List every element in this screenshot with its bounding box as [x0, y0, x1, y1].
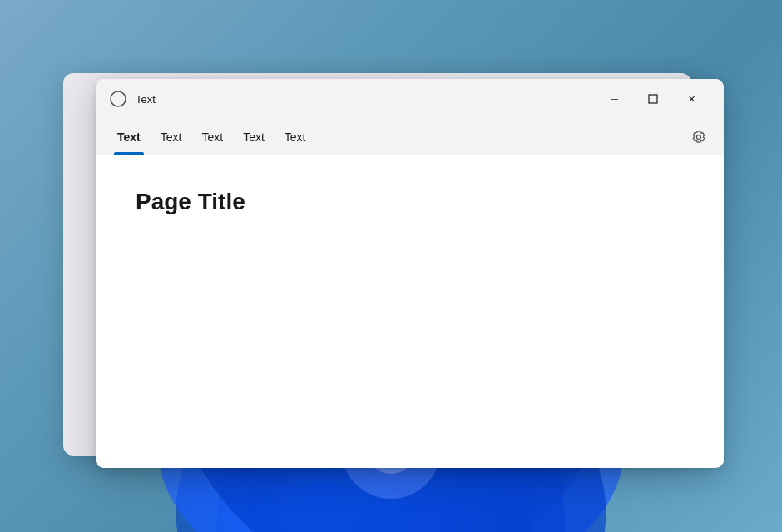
- nav-tab-0[interactable]: Text: [107, 119, 151, 155]
- content-area: Page Title: [96, 155, 724, 468]
- close-button[interactable]: ✕: [672, 86, 710, 112]
- nav-tabs: Text Text Text Text Text: [107, 119, 685, 155]
- main-window: Text ─ ✕ Text Text Text Text: [96, 79, 724, 468]
- nav-tab-1[interactable]: Text: [151, 119, 192, 155]
- maximize-button[interactable]: [634, 86, 672, 112]
- svg-rect-9: [649, 95, 657, 103]
- window-title: Text: [136, 93, 596, 106]
- maximize-icon: [648, 94, 658, 104]
- window-controls: ─ ✕: [596, 86, 710, 112]
- nav-tab-3[interactable]: Text: [233, 119, 275, 155]
- svg-point-8: [111, 91, 126, 106]
- nav-tab-4[interactable]: Text: [275, 119, 316, 155]
- settings-button[interactable]: [685, 124, 712, 150]
- nav-bar: Text Text Text Text Text: [96, 119, 724, 155]
- nav-tab-2[interactable]: Text: [191, 119, 233, 155]
- title-bar: Text ─ ✕: [96, 79, 724, 119]
- minimize-button[interactable]: ─: [596, 86, 634, 112]
- app-icon: [109, 90, 127, 108]
- page-title: Page Title: [136, 189, 684, 215]
- gear-icon: [691, 130, 706, 145]
